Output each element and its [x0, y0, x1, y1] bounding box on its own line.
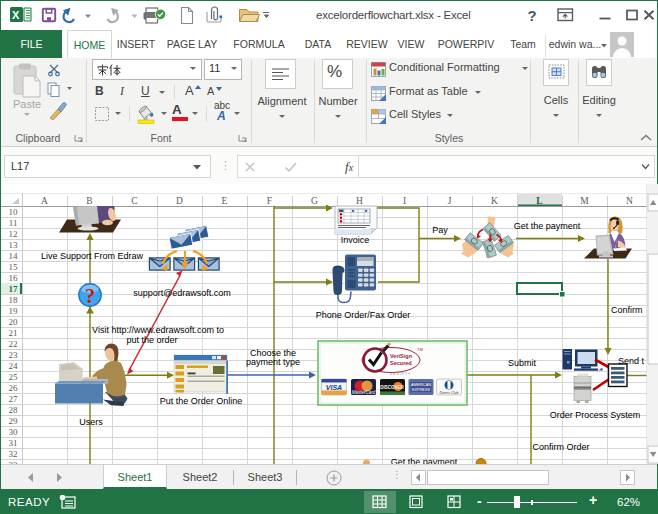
svg-text:put the order: put the order: [126, 335, 177, 345]
svg-text:27: 27: [9, 394, 19, 404]
svg-text:Order Process System: Order Process System: [550, 410, 641, 420]
svg-text:payment type: payment type: [246, 357, 300, 367]
svg-text:Confirm Order: Confirm Order: [532, 442, 589, 452]
svg-text:18: 18: [9, 295, 19, 305]
svg-text:A: A: [41, 196, 48, 206]
svg-text:X: X: [12, 9, 20, 21]
svg-text:H: H: [356, 196, 363, 206]
svg-text:12: 12: [9, 229, 18, 239]
svg-text:17: 17: [9, 284, 19, 294]
svg-text:DISCOVER: DISCOVER: [380, 385, 404, 390]
svg-text:F: F: [267, 196, 272, 206]
svg-text:Visit http://www.edrawsoft.com: Visit http://www.edrawsoft.com to: [92, 325, 224, 335]
svg-text:M: M: [580, 196, 589, 206]
svg-text:J: J: [448, 196, 452, 206]
svg-text:28: 28: [9, 405, 19, 415]
svg-text:AMERICAN: AMERICAN: [411, 383, 431, 387]
svg-text:?: ?: [85, 284, 96, 308]
svg-text:MasterCard: MasterCard: [352, 390, 376, 395]
svg-text:Send t: Send t: [618, 356, 645, 366]
svg-text:Get the payment: Get the payment: [514, 221, 581, 231]
svg-text:B: B: [86, 196, 92, 206]
svg-text:21: 21: [9, 328, 18, 338]
svg-text:Pay: Pay: [432, 225, 448, 235]
svg-text:K: K: [491, 196, 498, 206]
svg-text:I: I: [403, 196, 406, 206]
svg-text:VISA: VISA: [326, 384, 342, 391]
svg-text:D: D: [176, 196, 183, 206]
svg-text:V E R I F Y >: V E R I F Y >: [390, 372, 410, 376]
svg-text:Invoice: Invoice: [341, 235, 370, 245]
svg-text:13: 13: [9, 240, 19, 250]
svg-text:31: 31: [9, 438, 18, 448]
svg-text:support@edrawsoft.com: support@edrawsoft.com: [133, 288, 231, 298]
svg-text:Put the Order Online: Put the Order Online: [160, 396, 243, 406]
svg-text:Submit: Submit: [508, 358, 537, 368]
svg-text:Get the payment: Get the payment: [391, 457, 458, 464]
svg-text:L: L: [536, 196, 542, 206]
svg-text:32: 32: [9, 449, 18, 459]
svg-text:Users: Users: [79, 417, 103, 427]
svg-text:30: 30: [9, 427, 19, 437]
svg-text:EXPRESS: EXPRESS: [412, 388, 430, 392]
svg-text:Secured: Secured: [390, 360, 412, 366]
svg-text:E: E: [222, 196, 228, 206]
svg-text:26: 26: [9, 383, 19, 393]
svg-text:N: N: [626, 196, 633, 206]
svg-text:20: 20: [9, 317, 19, 327]
svg-text:29: 29: [9, 416, 19, 426]
svg-text:Confirm: Confirm: [611, 305, 643, 315]
svg-text:VeriSign: VeriSign: [390, 353, 413, 359]
svg-text:19: 19: [9, 306, 19, 316]
svg-text:24: 24: [9, 361, 19, 371]
svg-text:11: 11: [9, 218, 18, 228]
svg-text:Phone Order/Fax Order: Phone Order/Fax Order: [316, 310, 411, 320]
svg-text:10: 10: [9, 207, 19, 217]
svg-text:16: 16: [9, 273, 19, 283]
svg-text:14: 14: [9, 251, 19, 261]
svg-text:TM: TM: [417, 347, 423, 352]
svg-text:G: G: [311, 196, 318, 206]
svg-text:25: 25: [9, 372, 19, 382]
svg-text:C: C: [131, 196, 137, 206]
svg-text:23: 23: [9, 350, 19, 360]
svg-text:Live Support From Edraw: Live Support From Edraw: [41, 251, 144, 261]
svg-text:Diners Club: Diners Club: [440, 391, 459, 395]
svg-text:15: 15: [9, 262, 19, 272]
svg-text:22: 22: [9, 339, 18, 349]
